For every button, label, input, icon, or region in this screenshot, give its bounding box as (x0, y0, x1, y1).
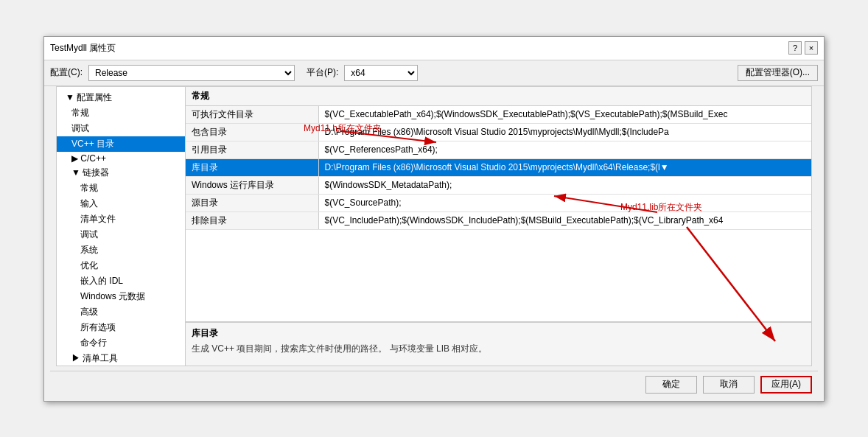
prop-name-p1: 可执行文件目录 (186, 106, 318, 124)
tree-item-t15[interactable]: 高级 (57, 304, 185, 320)
prop-name-p3: 引用目录 (186, 141, 318, 158)
prop-value-p6: $(VC_SourcePath); (318, 194, 811, 211)
tree-item-t16[interactable]: 所有选项 (57, 320, 185, 335)
desc-text: 生成 VC++ 项目期间，搜索库文件时使用的路径。 与环境变量 LIB 相对应。 (192, 343, 805, 355)
dialog-title: TestMydll 属性页 (50, 42, 116, 55)
tree-item-t1[interactable]: ▼ 配置属性 (57, 90, 185, 105)
prop-row-p5[interactable]: Windows 运行库目录$(WindowsSDK_MetadataPath); (186, 176, 811, 194)
prop-row-p4[interactable]: 库目录D:\Program Files (x86)\Microsoft Visu… (186, 158, 811, 176)
tree-item-t6[interactable]: ▼ 链接器 (57, 165, 185, 181)
tree-item-t2[interactable]: 常规 (57, 105, 185, 121)
tree-item-t3[interactable]: 调试 (57, 121, 185, 136)
apply-button[interactable]: 应用(A) (760, 376, 812, 394)
close-button[interactable]: × (805, 41, 818, 55)
help-button[interactable]: ? (788, 41, 802, 55)
right-content: 常规 可执行文件目录$(VC_ExecutablePath_x64);$(Win… (186, 87, 811, 366)
tree-item-t4[interactable]: VC++ 目录 (57, 136, 185, 152)
tree-item-t12[interactable]: 优化 (57, 258, 185, 273)
tree-item-t5[interactable]: ▶ C/C++ (57, 152, 185, 165)
prop-value-p7: $(VC_IncludePath);$(WindowsSDK_IncludePa… (318, 211, 811, 229)
prop-row-p3[interactable]: 引用目录$(VC_ReferencesPath_x64); (186, 141, 811, 158)
prop-name-p2: 包含目录 (186, 123, 318, 141)
tree-item-t18[interactable]: ▶ 清单工具 (57, 351, 185, 366)
prop-name-p7: 排除目录 (186, 211, 318, 229)
tree-item-t17[interactable]: 命令行 (57, 335, 185, 351)
title-bar: TestMydll 属性页 ? × (44, 37, 824, 60)
tree-panel: ▼ 配置属性常规调试VC++ 目录▶ C/C++▼ 链接器常规输入清单文件调试系… (57, 87, 186, 366)
prop-value-p1: $(VC_ExecutablePath_x64);$(WindowsSDK_Ex… (318, 106, 811, 124)
prop-value-p2: D:\Program Files (x86)\Microsoft Visual … (318, 123, 811, 141)
prop-row-p7[interactable]: 排除目录$(VC_IncludePath);$(WindowsSDK_Inclu… (186, 211, 811, 229)
prop-value-p3: $(VC_ReferencesPath_x64); (318, 141, 811, 158)
desc-title: 库目录 (192, 327, 805, 340)
config-manager-button[interactable]: 配置管理器(O)... (738, 65, 818, 81)
tree-item-t9[interactable]: 清单文件 (57, 211, 185, 227)
props-table: 可执行文件目录$(VC_ExecutablePath_x64);$(Window… (186, 106, 811, 321)
config-label: 配置(C): (50, 66, 83, 79)
prop-row-p6[interactable]: 源目录$(VC_SourcePath); (186, 194, 811, 211)
prop-name-p6: 源目录 (186, 194, 318, 211)
config-select[interactable]: Release (88, 65, 295, 81)
prop-row-p2[interactable]: 包含目录D:\Program Files (x86)\Microsoft Vis… (186, 123, 811, 141)
prop-name-p5: Windows 运行库目录 (186, 176, 318, 194)
prop-value-p4: D:\Program Files (x86)\Microsoft Visual … (318, 158, 811, 176)
bottom-bar: 确定 取消 应用(A) (50, 371, 818, 398)
ok-button[interactable]: 确定 (645, 376, 697, 394)
tree-item-t10[interactable]: 调试 (57, 227, 185, 242)
tree-item-t13[interactable]: 嵌入的 IDL (57, 273, 185, 289)
config-bar: 配置(C): Release 平台(P): x64 配置管理器(O)... (44, 60, 824, 86)
tree-item-t11[interactable]: 系统 (57, 242, 185, 258)
cancel-button[interactable]: 取消 (703, 376, 755, 394)
prop-name-p4: 库目录 (186, 158, 318, 176)
prop-value-p5: $(WindowsSDK_MetadataPath); (318, 176, 811, 194)
properties-table: 可执行文件目录$(VC_ExecutablePath_x64);$(Window… (186, 106, 811, 230)
main-area: ▼ 配置属性常规调试VC++ 目录▶ C/C++▼ 链接器常规输入清单文件调试系… (56, 86, 812, 366)
props-section-header: 常规 (186, 87, 811, 106)
dialog-window: TestMydll 属性页 ? × 配置(C): Release 平台(P): … (43, 36, 825, 402)
platform-select[interactable]: x64 (344, 65, 418, 81)
tree-item-t8[interactable]: 输入 (57, 196, 185, 211)
title-bar-controls: ? × (788, 41, 818, 55)
tree-item-t7[interactable]: 常规 (57, 181, 185, 196)
description-panel: 库目录 生成 VC++ 项目期间，搜索库文件时使用的路径。 与环境变量 LIB … (186, 321, 811, 366)
platform-label: 平台(P): (307, 66, 338, 79)
prop-row-p1[interactable]: 可执行文件目录$(VC_ExecutablePath_x64);$(Window… (186, 106, 811, 124)
tree-item-t14[interactable]: Windows 元数据 (57, 289, 185, 304)
